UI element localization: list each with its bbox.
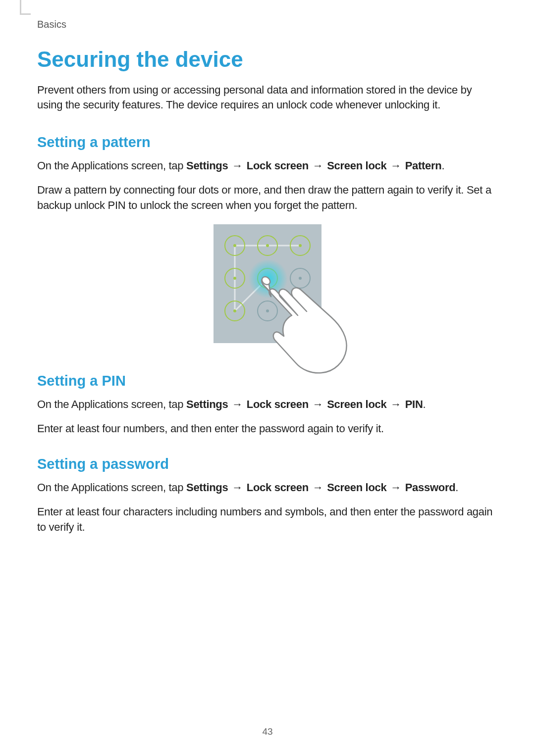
arrow-icon: → bbox=[312, 398, 324, 410]
nav-item: Screen lock bbox=[327, 159, 386, 172]
section-pin-nav: On the Applications screen, tap Settings… bbox=[37, 397, 498, 412]
section-pattern: Setting a pattern On the Applications sc… bbox=[37, 134, 498, 343]
arrow-icon: → bbox=[389, 481, 402, 494]
page-title: Securing the device bbox=[37, 47, 498, 72]
nav-item: Settings bbox=[186, 159, 228, 172]
page-number: 43 bbox=[0, 726, 535, 737]
nav-item: Settings bbox=[186, 481, 228, 494]
nav-prefix: On the Applications screen, tap bbox=[37, 159, 186, 172]
arrow-icon: → bbox=[231, 398, 244, 410]
pattern-dot bbox=[224, 301, 245, 321]
arrow-icon: → bbox=[231, 481, 244, 494]
section-pattern-body: Draw a pattern by connecting four dots o… bbox=[37, 183, 498, 213]
nav-item: Screen lock bbox=[327, 398, 386, 410]
nav-item: PIN bbox=[405, 398, 423, 410]
section-pattern-nav: On the Applications screen, tap Settings… bbox=[37, 158, 498, 174]
breadcrumb: Basics bbox=[37, 19, 66, 30]
section-password: Setting a password On the Applications s… bbox=[37, 456, 498, 535]
nav-item: Lock screen bbox=[247, 159, 309, 172]
section-pattern-heading: Setting a pattern bbox=[37, 134, 498, 151]
pattern-dot bbox=[224, 268, 245, 289]
pattern-illustration bbox=[37, 224, 498, 343]
section-password-nav: On the Applications screen, tap Settings… bbox=[37, 480, 498, 496]
pattern-dot bbox=[224, 235, 245, 256]
pattern-dot bbox=[290, 235, 311, 256]
arrow-icon: → bbox=[389, 159, 402, 172]
arrow-icon: → bbox=[389, 398, 402, 410]
svg-point-0 bbox=[261, 275, 272, 286]
nav-prefix: On the Applications screen, tap bbox=[37, 398, 186, 410]
nav-item: Pattern bbox=[405, 159, 442, 172]
page-intro: Prevent others from using or accessing p… bbox=[37, 83, 498, 112]
arrow-icon: → bbox=[231, 159, 244, 172]
section-pin-body: Enter at least four numbers, and then en… bbox=[37, 421, 498, 437]
section-password-heading: Setting a password bbox=[37, 456, 498, 472]
nav-item: Lock screen bbox=[247, 481, 309, 494]
arrow-icon: → bbox=[312, 159, 324, 172]
hand-icon bbox=[257, 270, 356, 379]
pattern-dot bbox=[257, 235, 278, 256]
section-password-body: Enter at least four characters including… bbox=[37, 504, 498, 535]
arrow-icon: → bbox=[312, 481, 324, 494]
nav-item: Settings bbox=[186, 398, 228, 410]
nav-item: Password bbox=[405, 481, 456, 494]
nav-item: Screen lock bbox=[327, 481, 386, 494]
section-pin: Setting a PIN On the Applications screen… bbox=[37, 373, 498, 437]
page-content: Securing the device Prevent others from … bbox=[37, 47, 498, 555]
header-tab-decoration bbox=[20, 0, 31, 15]
nav-prefix: On the Applications screen, tap bbox=[37, 481, 186, 494]
nav-item: Lock screen bbox=[247, 398, 309, 410]
